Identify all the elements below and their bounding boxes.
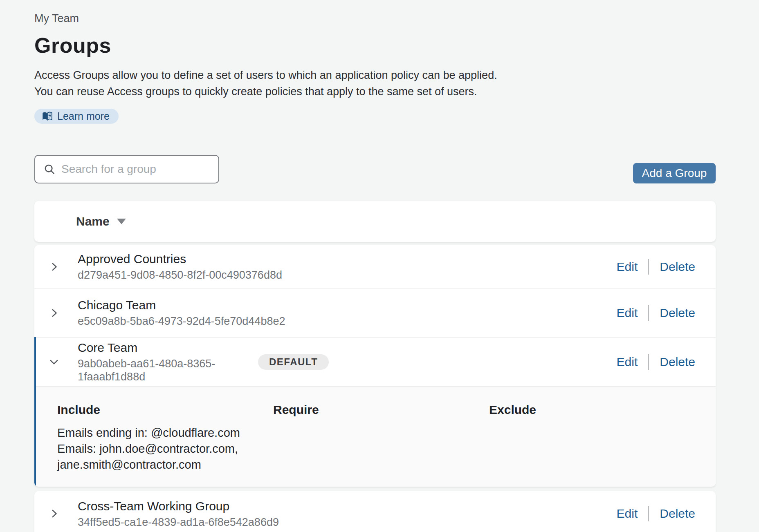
table-row-approved-countries[interactable]: Approved Countries d279a451-9d08-4850-8f… [34, 245, 716, 288]
delete-button[interactable]: Delete [660, 306, 695, 320]
delete-button[interactable]: Delete [660, 260, 695, 274]
chevron-right-icon[interactable] [45, 508, 63, 519]
row-actions: Edit Delete [617, 305, 695, 321]
group-id: 34ff5ed5-ca1e-4839-ad1a-6f8e542a86d9 [78, 516, 279, 529]
edit-button[interactable]: Edit [617, 306, 638, 320]
exclude-header: Exclude [489, 403, 536, 417]
row-actions: Edit Delete [617, 259, 695, 275]
group-id: e5c09a8b-5ba6-4973-92d4-5fe70d44b8e2 [78, 315, 285, 328]
actions-divider [648, 506, 649, 521]
groups-table-continued: Cross-Team Working Group 34ff5ed5-ca1e-4… [34, 491, 716, 532]
edit-button[interactable]: Edit [617, 260, 638, 274]
edit-button[interactable]: Edit [617, 507, 638, 521]
group-name-block: Cross-Team Working Group 34ff5ed5-ca1e-4… [78, 499, 279, 529]
include-header: Include [57, 403, 273, 417]
group-name: Approved Countries [78, 252, 282, 266]
table-row-cross-team-working-group[interactable]: Cross-Team Working Group 34ff5ed5-ca1e-4… [34, 491, 716, 532]
expanded-group-core-team: Core Team 9ab0abeb-aa61-480a-8365-1faaab… [34, 337, 716, 487]
include-rule: Emails: john.doe@contractor.com, jane.sm… [57, 442, 238, 471]
search-input[interactable] [34, 155, 219, 183]
row-actions: Edit Delete [617, 354, 695, 370]
include-rules: Emails ending in: @cloudflare.com Emails… [57, 425, 262, 473]
group-detail-panel: Include Emails ending in: @cloudflare.co… [34, 386, 716, 487]
search-group-field [34, 155, 219, 183]
groups-page: My Team Groups Access Groups allow you t… [34, 0, 716, 532]
actions-divider [648, 259, 649, 275]
default-badge: DEFAULT [258, 354, 329, 370]
description-line-1: Access Groups allow you to define a set … [34, 67, 716, 83]
learn-more-button[interactable]: Learn more [34, 109, 119, 124]
exclude-column: Exclude [489, 403, 536, 487]
chevron-right-icon[interactable] [45, 308, 63, 318]
group-name: Chicago Team [78, 298, 285, 313]
delete-button[interactable]: Delete [660, 507, 695, 521]
group-name-block: Approved Countries d279a451-9d08-4850-8f… [78, 252, 282, 282]
group-name: Cross-Team Working Group [78, 499, 279, 514]
include-column: Include Emails ending in: @cloudflare.co… [57, 403, 273, 487]
group-name-block: Core Team 9ab0abeb-aa61-480a-8365-1faaab… [78, 340, 258, 383]
group-name: Core Team [78, 340, 258, 355]
require-column: Require [273, 403, 489, 487]
add-group-button[interactable]: Add a Group [633, 163, 716, 183]
description-line-2: You can reuse Access groups to quickly c… [34, 83, 716, 100]
actions-divider [648, 305, 649, 321]
row-actions: Edit Delete [617, 506, 695, 521]
table-header-row: Name [34, 201, 716, 242]
table-row-chicago-team[interactable]: Chicago Team e5c09a8b-5ba6-4973-92d4-5fe… [34, 288, 716, 337]
table-row-core-team[interactable]: Core Team 9ab0abeb-aa61-480a-8365-1faaab… [34, 337, 716, 386]
name-column-header[interactable]: Name [76, 215, 110, 228]
learn-more-label: Learn more [57, 110, 110, 122]
toolbar: Add a Group [34, 155, 716, 183]
require-header: Require [273, 403, 489, 417]
chevron-down-icon[interactable] [45, 357, 63, 367]
group-id: 9ab0abeb-aa61-480a-8365-1faaabf1d88d [78, 357, 258, 383]
group-name-block: Chicago Team e5c09a8b-5ba6-4973-92d4-5fe… [78, 298, 285, 328]
breadcrumb[interactable]: My Team [34, 0, 716, 25]
page-title: Groups [34, 33, 716, 58]
book-icon [42, 111, 53, 122]
edit-button[interactable]: Edit [617, 355, 638, 369]
actions-divider [648, 354, 649, 370]
include-rule: Emails ending in: @cloudflare.com [57, 426, 240, 439]
chevron-right-icon[interactable] [45, 262, 63, 272]
group-id: d279a451-9d08-4850-8f2f-00c490376d8d [78, 268, 282, 282]
groups-table: Approved Countries d279a451-9d08-4850-8f… [34, 245, 716, 487]
page-description: Access Groups allow you to define a set … [34, 67, 716, 100]
delete-button[interactable]: Delete [660, 355, 695, 369]
sort-desc-caret-icon[interactable] [117, 219, 126, 224]
